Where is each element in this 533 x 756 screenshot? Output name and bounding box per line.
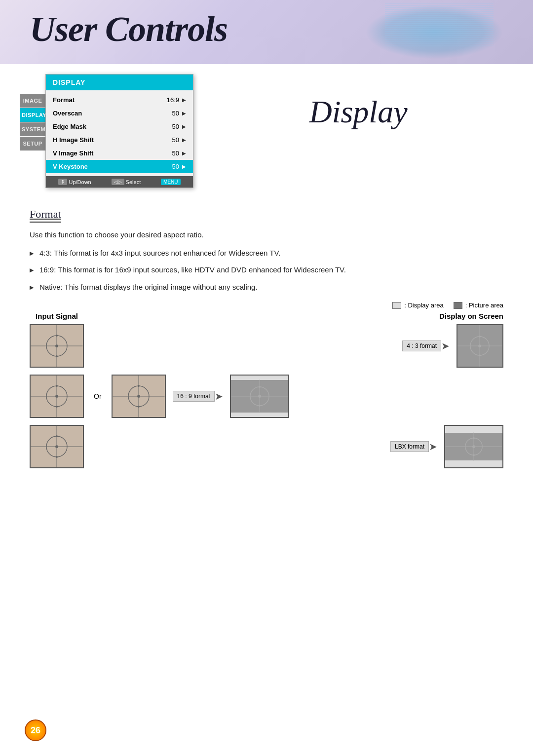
left-panel: IMAGE DISPLAY SYSTEM SETUP DISPLAY Forma… — [20, 74, 193, 188]
menu-item-format-label: Format — [53, 96, 167, 104]
svg-point-17 — [56, 406, 58, 408]
menu-item-vimageshift[interactable]: V Image Shift 50 ▶ — [46, 147, 193, 160]
menu-header: DISPLAY — [46, 75, 193, 90]
sidebar-item-image[interactable]: IMAGE — [20, 94, 45, 108]
menu-item-overscan[interactable]: Overscan 50 ▶ — [46, 107, 193, 120]
menu-items: Format 16:9 ▶ Overscan 50 ▶ Edge Mask 50… — [46, 90, 193, 176]
bullet-item-native: Native: This format displays the origina… — [30, 282, 503, 293]
format-arrow-169: 16 : 9 format ➤ — [173, 390, 223, 402]
format-label-43: 4 : 3 format — [402, 340, 441, 351]
section-intro: Use this function to choose your desired… — [30, 229, 503, 241]
svg-point-5 — [56, 355, 58, 357]
menu-item-vimageshift-value: 50 — [172, 150, 179, 157]
svg-point-28 — [259, 386, 261, 388]
svg-point-22 — [138, 385, 140, 387]
menu-item-vkeystone-label: V Keystone — [53, 163, 172, 170]
svg-point-16 — [56, 385, 58, 387]
sidebar-item-setup[interactable]: SETUP — [20, 137, 45, 151]
result-box-169 — [230, 375, 289, 418]
header-decoration2 — [385, 2, 494, 47]
svg-point-35 — [56, 456, 58, 458]
format-arrow-lbx: LBX format ➤ — [390, 441, 437, 453]
footer-updown: ⇕ Up/Down — [58, 179, 91, 185]
diagrams-section: : Display area : Picture area Input Sign… — [30, 302, 503, 475]
section-display-title: Display — [309, 94, 407, 130]
input-signal-label: Input Signal — [30, 312, 84, 320]
menu-box: DISPLAY Format 16:9 ▶ Overscan 50 ▶ Edge… — [45, 74, 193, 188]
svg-point-15 — [55, 395, 58, 398]
svg-point-9 — [478, 344, 481, 347]
menu-item-vkeystone[interactable]: V Keystone 50 ▶ — [46, 160, 193, 173]
format-arrow-icon: ▶ — [182, 97, 186, 103]
page-number: 26 — [25, 719, 46, 741]
result-box-lbx — [444, 425, 503, 468]
legend-picture-box — [454, 302, 462, 309]
input-signal-box-43 — [30, 324, 84, 368]
input-signal-box-169a — [30, 375, 84, 418]
header: User Controls — [0, 0, 533, 64]
legend-picture-area: : Picture area — [454, 302, 503, 309]
legend-picture-label: : Picture area — [465, 302, 503, 309]
menu-item-overscan-label: Overscan — [53, 110, 172, 117]
svg-point-34 — [56, 435, 58, 437]
legend-display-box — [392, 302, 401, 309]
sidebar-item-display[interactable]: DISPLAY — [20, 108, 45, 122]
or-text: Or — [91, 392, 105, 400]
diagram-row-43: 4 : 3 format ➤ — [30, 324, 503, 368]
svg-point-40 — [473, 437, 475, 439]
footer-select: ◁▷ Select — [112, 179, 141, 185]
svg-point-23 — [138, 406, 140, 408]
format-label-lbx: LBX format — [390, 441, 429, 452]
vkeystone-arrow-icon: ▶ — [182, 164, 186, 169]
overscan-arrow-icon: ▶ — [182, 111, 186, 116]
bullet-item-43: 4:3: This format is for 4x3 input source… — [30, 248, 503, 259]
main-content: IMAGE DISPLAY SYSTEM SETUP DISPLAY Forma… — [0, 64, 533, 198]
diagram-row-169: Or 16 : 9 format ➤ — [30, 375, 503, 418]
menu-item-vkeystone-value: 50 — [172, 163, 179, 170]
arrow-icon-lbx: ➤ — [429, 441, 437, 453]
svg-point-11 — [479, 354, 481, 356]
select-icon: ◁▷ — [112, 179, 124, 185]
menu-item-edgemask[interactable]: Edge Mask 50 ▶ — [46, 120, 193, 133]
menu-item-himageshift-label: H Image Shift — [53, 136, 172, 144]
right-title-area: Display — [203, 74, 513, 188]
bullet-item-169: 16:9: This format is for 16x9 input sour… — [30, 265, 503, 276]
svg-point-10 — [479, 336, 481, 338]
side-tabs: IMAGE DISPLAY SYSTEM SETUP — [20, 74, 45, 151]
result-box-43 — [457, 324, 503, 368]
section-title: Format — [30, 208, 61, 223]
himageshift-arrow-icon: ▶ — [182, 137, 186, 143]
menu-item-format[interactable]: Format 16:9 ▶ — [46, 93, 193, 107]
menu-btn[interactable]: MENU — [161, 179, 180, 185]
sidebar-item-system[interactable]: SYSTEM — [20, 122, 45, 136]
menu-item-himageshift-value: 50 — [172, 136, 179, 144]
menu-footer: ⇕ Up/Down ◁▷ Select MENU — [46, 176, 193, 188]
legend-display-area: : Display area — [392, 302, 443, 309]
arrow-icon-43: ➤ — [441, 340, 450, 352]
svg-point-41 — [473, 454, 475, 456]
diagram-legend: : Display area : Picture area — [30, 302, 503, 309]
menu-item-himageshift[interactable]: H Image Shift 50 ▶ — [46, 133, 193, 147]
menu-item-edgemask-label: Edge Mask — [53, 123, 172, 130]
doc-area: Format Use this function to choose your … — [0, 198, 533, 495]
svg-point-21 — [137, 395, 140, 398]
page-title: User Controls — [30, 9, 228, 50]
arrow-icon-169: ➤ — [215, 390, 223, 402]
svg-point-33 — [55, 445, 58, 448]
bullet-list: 4:3: This format is for 4x3 input source… — [30, 248, 503, 293]
diagram-row-lbx: LBX format ➤ — [30, 425, 503, 468]
vimageshift-arrow-icon: ▶ — [182, 151, 186, 156]
input-signal-box-169b — [112, 375, 166, 418]
updown-label: Up/Down — [69, 179, 91, 185]
format-label-169: 16 : 9 format — [173, 391, 215, 402]
updown-icon: ⇕ — [58, 179, 67, 185]
footer-menu: MENU — [161, 179, 180, 185]
svg-point-3 — [55, 344, 58, 347]
select-label: Select — [126, 179, 141, 185]
edgemask-arrow-icon: ▶ — [182, 124, 186, 129]
format-arrow-43: 4 : 3 format ➤ — [402, 340, 450, 352]
menu-item-vimageshift-label: V Image Shift — [53, 150, 172, 157]
svg-point-27 — [258, 395, 261, 398]
menu-item-overscan-value: 50 — [172, 110, 179, 117]
display-on-screen-label: Display on Screen — [385, 312, 503, 320]
